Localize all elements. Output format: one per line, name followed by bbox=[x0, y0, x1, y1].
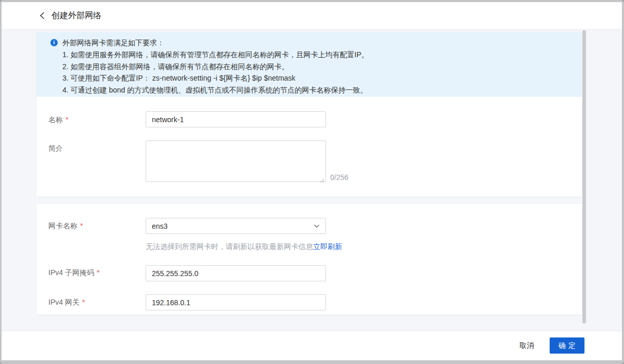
confirm-button[interactable]: 确定 bbox=[550, 337, 584, 354]
alert-title: 外部网络网卡需满足如下要求： bbox=[62, 37, 369, 49]
title-bar: 创建外部网络 bbox=[2, 2, 622, 30]
chevron-down-icon bbox=[314, 224, 320, 228]
page-title: 创建外部网络 bbox=[51, 10, 101, 21]
footer-bar: 取消 确定 bbox=[2, 331, 622, 360]
description-field bbox=[146, 140, 326, 182]
info-icon bbox=[50, 39, 58, 46]
netmask-label: IPv4 子网掩码 bbox=[48, 268, 99, 278]
back-chevron-icon[interactable] bbox=[40, 11, 47, 20]
refresh-now-link[interactable]: 立即刷新 bbox=[313, 242, 342, 251]
gateway-input[interactable] bbox=[146, 294, 326, 310]
description-textarea[interactable] bbox=[146, 140, 326, 182]
alert-line: 2. 如需使用容器组外部网络，请确保所有节点都存在相同名称的网卡。 bbox=[62, 61, 369, 73]
alert-line: 1. 如需使用服务外部网络，请确保所有管理节点都存在相同名称的网卡，且网卡上均有… bbox=[62, 49, 369, 61]
name-input[interactable] bbox=[146, 111, 326, 127]
nic-select[interactable]: ens3 bbox=[146, 218, 326, 234]
basic-info-card: 外部网络网卡需满足如下要求： 1. 如需使用服务外部网络，请确保所有管理节点都存… bbox=[36, 32, 582, 197]
char-counter: 0/256 bbox=[330, 173, 348, 181]
alert-text: 外部网络网卡需满足如下要求： 1. 如需使用服务外部网络，请确保所有管理节点都存… bbox=[62, 37, 369, 97]
required-asterisk bbox=[66, 115, 68, 124]
name-label: 名称 bbox=[48, 115, 68, 125]
gateway-label: IPv4 网关 bbox=[48, 298, 85, 307]
required-asterisk bbox=[97, 268, 99, 277]
vertical-scrollbar[interactable] bbox=[582, 30, 586, 323]
netmask-input[interactable] bbox=[146, 265, 326, 281]
network-config-card: 网卡名称 ens3 无法选择到所需网卡时，请刷新以获取最新网卡信息立即刷新 IP… bbox=[36, 204, 582, 315]
cancel-button[interactable]: 取消 bbox=[518, 338, 535, 354]
description-label: 简介 bbox=[48, 144, 63, 153]
nic-refresh-hint: 无法选择到所需网卡时，请刷新以获取最新网卡信息立即刷新 bbox=[146, 242, 342, 252]
window-frame: 创建外部网络 外部网络网卡需满足如下要求： 1. 如需使用服务外部网络，请确保所… bbox=[0, 0, 624, 364]
content-area: 外部网络网卡需满足如下要求： 1. 如需使用服务外部网络，请确保所有管理节点都存… bbox=[2, 30, 622, 331]
alert-line: 4. 可通过创建 bond 的方式使物理机、虚拟机节点或不同操作系统的节点的网卡… bbox=[62, 84, 369, 96]
required-asterisk bbox=[80, 222, 83, 230]
required-asterisk bbox=[82, 298, 85, 306]
alert-line: 3. 可使用如下命令配置IP： zs-network-setting -i ${… bbox=[62, 72, 369, 84]
info-alert: 外部网络网卡需满足如下要求： 1. 如需使用服务外部网络，请确保所有管理节点都存… bbox=[36, 32, 582, 97]
nic-select-value: ens3 bbox=[152, 222, 314, 230]
nic-label: 网卡名称 bbox=[48, 222, 83, 231]
